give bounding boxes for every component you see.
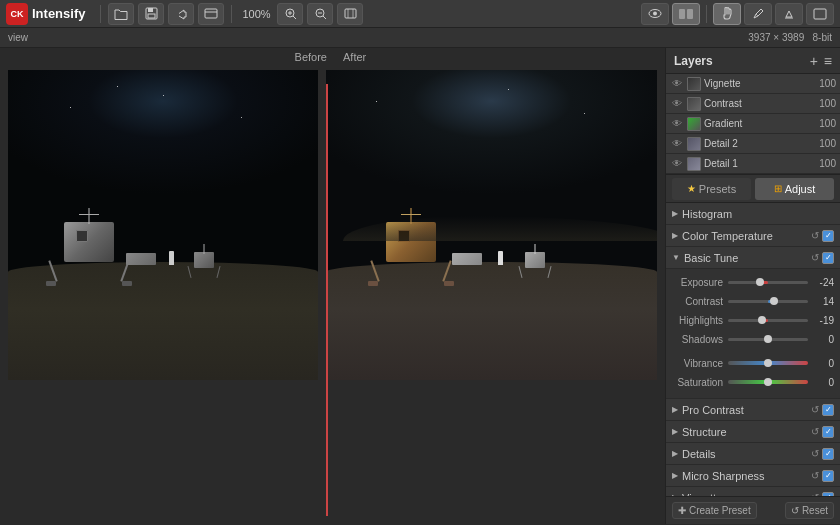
lm-before bbox=[64, 222, 114, 262]
vibrance-slider[interactable] bbox=[728, 361, 808, 365]
before-image[interactable] bbox=[8, 70, 318, 380]
color-temperature-section-header[interactable]: ▶ Color Temperature ↺ ✓ bbox=[666, 225, 840, 247]
micro-sharpness-triangle-icon: ▶ bbox=[672, 471, 678, 480]
shadows-slider[interactable] bbox=[728, 338, 808, 341]
exposure-thumb[interactable] bbox=[756, 278, 764, 286]
hand-tool-button[interactable] bbox=[713, 3, 741, 25]
contrast-slider[interactable] bbox=[728, 300, 808, 303]
share-button[interactable] bbox=[168, 3, 194, 25]
layer-value-3: 100 bbox=[812, 118, 836, 129]
layer-eye-3[interactable]: 👁 bbox=[670, 117, 684, 131]
create-preset-button[interactable]: ✚ Create Preset bbox=[672, 502, 757, 519]
layer-name-4: Detail 2 bbox=[704, 138, 809, 149]
details-check[interactable]: ✓ bbox=[822, 448, 834, 460]
layer-eye-2[interactable]: 👁 bbox=[670, 97, 684, 111]
basic-tune-reset-icon[interactable]: ↺ bbox=[811, 252, 819, 263]
rover-after bbox=[452, 253, 482, 265]
layer-eye-1[interactable]: 👁 bbox=[670, 77, 684, 91]
before-scene bbox=[8, 70, 318, 380]
pro-contrast-check[interactable]: ✓ bbox=[822, 404, 834, 416]
subbar: view 3937 × 3989 8-bit bbox=[0, 28, 840, 48]
details-section-header[interactable]: ▶ Details ↺ ✓ bbox=[666, 443, 840, 465]
svg-rect-3 bbox=[205, 9, 217, 18]
lm-before-2 bbox=[194, 252, 214, 268]
after-scene bbox=[326, 70, 657, 380]
layer-item[interactable]: 👁 Detail 1 100 bbox=[666, 154, 840, 174]
split-view-button[interactable] bbox=[672, 3, 700, 25]
layers-menu-button[interactable]: ≡ bbox=[824, 54, 832, 68]
vibrance-thumb[interactable] bbox=[764, 359, 772, 367]
layers-list: 👁 Vignette 100 👁 Contrast 100 👁 Gradient… bbox=[666, 74, 840, 175]
contrast-thumb[interactable] bbox=[770, 297, 778, 305]
saturation-label: Saturation bbox=[672, 377, 728, 388]
layer-thumb-1 bbox=[687, 77, 701, 91]
pro-contrast-section-header[interactable]: ▶ Pro Contrast ↺ ✓ bbox=[666, 399, 840, 421]
layer-item[interactable]: 👁 Contrast 100 bbox=[666, 94, 840, 114]
basic-tune-triangle-icon: ▼ bbox=[672, 253, 680, 262]
saturation-slider[interactable] bbox=[728, 380, 808, 384]
shadows-value: 0 bbox=[808, 334, 834, 345]
rect-tool-button[interactable] bbox=[806, 3, 834, 25]
basic-tune-section-header[interactable]: ▼ Basic Tune ↺ ✓ bbox=[666, 247, 840, 269]
layer-eye-5[interactable]: 👁 bbox=[670, 157, 684, 171]
adjust-panels[interactable]: ▶ Histogram ▶ Color Temperature ↺ ✓ ▼ Ba… bbox=[666, 203, 840, 496]
details-actions: ↺ ✓ bbox=[811, 448, 834, 460]
histogram-section-header[interactable]: ▶ Histogram bbox=[666, 203, 840, 225]
basic-tune-content: Exposure -24 Contrast 14 bbox=[666, 269, 840, 399]
layer-name-1: Vignette bbox=[704, 78, 809, 89]
tab-presets[interactable]: ★ Presets bbox=[672, 178, 751, 200]
split-divider[interactable] bbox=[326, 84, 328, 516]
details-label: Details bbox=[682, 448, 811, 460]
layer-item[interactable]: 👁 Gradient 100 bbox=[666, 114, 840, 134]
structure-reset-icon[interactable]: ↺ bbox=[811, 426, 819, 437]
fit-button[interactable] bbox=[337, 3, 363, 25]
micro-sharpness-check[interactable]: ✓ bbox=[822, 470, 834, 482]
highlights-slider[interactable] bbox=[728, 319, 808, 322]
layer-item[interactable]: 👁 Vignette 100 bbox=[666, 74, 840, 94]
images-container[interactable] bbox=[0, 66, 665, 524]
details-reset-icon[interactable]: ↺ bbox=[811, 448, 819, 459]
add-layer-button[interactable]: + bbox=[810, 54, 818, 68]
saturation-thumb[interactable] bbox=[764, 378, 772, 386]
pro-contrast-reset-icon[interactable]: ↺ bbox=[811, 404, 819, 415]
color-temp-check[interactable]: ✓ bbox=[822, 230, 834, 242]
save-button[interactable] bbox=[138, 3, 164, 25]
svg-line-8 bbox=[293, 16, 296, 19]
vignette-section-header[interactable]: ▶ Vignette ↺ ✓ bbox=[666, 487, 840, 496]
reset-button[interactable]: ↺ Reset bbox=[785, 502, 834, 519]
basic-tune-check[interactable]: ✓ bbox=[822, 252, 834, 264]
astronaut-after bbox=[498, 251, 503, 265]
layer-value-1: 100 bbox=[812, 78, 836, 89]
export-button[interactable] bbox=[198, 3, 224, 25]
pen-tool-button[interactable] bbox=[744, 3, 772, 25]
after-image[interactable] bbox=[326, 70, 657, 380]
erase-tool-button[interactable] bbox=[775, 3, 803, 25]
layer-item[interactable]: 👁 Detail 2 100 bbox=[666, 134, 840, 154]
exposure-slider[interactable] bbox=[728, 281, 808, 284]
moon-surface-after bbox=[326, 262, 657, 380]
zoom-out-button[interactable] bbox=[307, 3, 333, 25]
layer-thumb-3 bbox=[687, 117, 701, 131]
highlights-thumb[interactable] bbox=[758, 316, 766, 324]
star4 bbox=[117, 86, 118, 87]
color-temp-reset-icon[interactable]: ↺ bbox=[811, 230, 819, 241]
canvas-area: Before After bbox=[0, 48, 665, 524]
star-icon: ★ bbox=[687, 183, 696, 194]
zoom-in-button[interactable] bbox=[277, 3, 303, 25]
structure-check[interactable]: ✓ bbox=[822, 426, 834, 438]
shadows-thumb[interactable] bbox=[764, 335, 772, 343]
micro-sharpness-reset-icon[interactable]: ↺ bbox=[811, 470, 819, 481]
pro-contrast-label: Pro Contrast bbox=[682, 404, 811, 416]
structure-section-header[interactable]: ▶ Structure ↺ ✓ bbox=[666, 421, 840, 443]
reset-label: Reset bbox=[802, 505, 828, 516]
micro-sharpness-section-header[interactable]: ▶ Micro Sharpness ↺ ✓ bbox=[666, 465, 840, 487]
saturation-row: Saturation 0 bbox=[672, 373, 834, 391]
saturation-value: 0 bbox=[808, 377, 834, 388]
horizon-after bbox=[343, 216, 657, 241]
svg-line-19 bbox=[756, 14, 758, 16]
layer-eye-4[interactable]: 👁 bbox=[670, 137, 684, 151]
eye-icon-button[interactable] bbox=[641, 3, 669, 25]
open-file-button[interactable] bbox=[108, 3, 134, 25]
pro-contrast-triangle-icon: ▶ bbox=[672, 405, 678, 414]
tab-adjust[interactable]: ⊞ Adjust bbox=[755, 178, 834, 200]
